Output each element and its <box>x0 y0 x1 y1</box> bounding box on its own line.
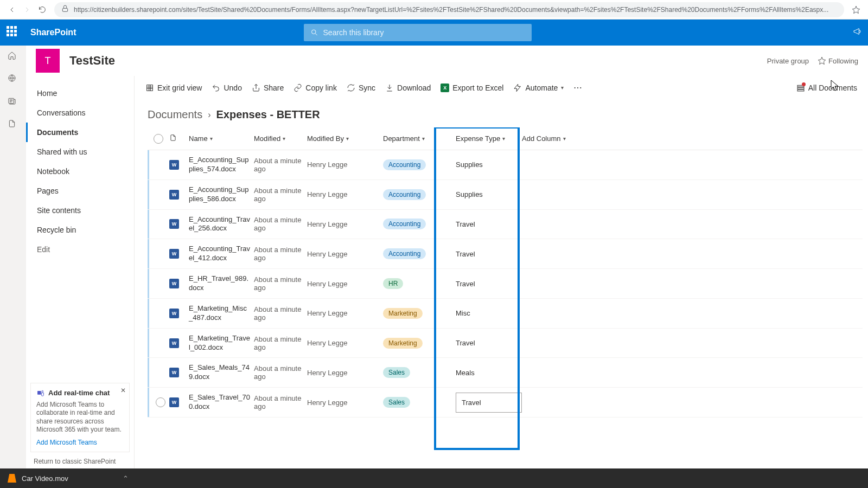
megaphone-icon[interactable] <box>853 27 861 38</box>
search-box[interactable] <box>304 24 532 41</box>
nav-item-recycle-bin[interactable]: Recycle bin <box>26 220 134 240</box>
column-header-modified[interactable]: Modified▾ <box>254 134 307 143</box>
nav-item-home[interactable]: Home <box>26 84 134 103</box>
browser-back-button[interactable] <box>4 2 20 17</box>
file-name[interactable]: E_Accounting_Supplies_586.docx <box>189 180 254 209</box>
site-privacy-label: Private group <box>767 57 809 65</box>
copy-link-button[interactable]: Copy link <box>293 84 337 92</box>
department-cell[interactable]: Marketing <box>383 308 447 319</box>
column-header-department[interactable]: Department▾ <box>383 134 447 143</box>
file-type-column-icon[interactable] <box>169 134 189 143</box>
nav-item-site-contents[interactable]: Site contents <box>26 201 134 220</box>
add-teams-link[interactable]: Add Microsoft Teams <box>36 439 124 446</box>
expense-type-cell[interactable]: Supplies <box>447 190 522 198</box>
department-cell[interactable]: Accounting <box>383 248 447 259</box>
download-button[interactable]: Download <box>385 84 431 92</box>
browser-forward-button[interactable] <box>20 2 35 17</box>
browser-chrome: https://citizenbuilders.sharepoint.com/s… <box>0 0 868 20</box>
file-type-icon: W <box>169 338 189 348</box>
sharepoint-brand[interactable]: SharePoint <box>30 28 76 37</box>
expense-type-cell[interactable]: Travel <box>447 280 522 288</box>
taskbar-download-file[interactable]: Car Video.mov <box>22 474 68 483</box>
expense-type-cell[interactable]: Travel <box>447 339 522 347</box>
view-selector[interactable]: All Documents <box>796 84 857 92</box>
automate-button[interactable]: Automate▾ <box>513 84 564 92</box>
department-cell[interactable]: Marketing <box>383 338 447 349</box>
follow-button[interactable]: Following <box>818 56 858 65</box>
column-header-name[interactable]: Name▾ <box>189 134 254 143</box>
modified-by-cell: Henry Legge <box>307 369 383 377</box>
department-cell[interactable]: Accounting <box>383 189 447 200</box>
table-row[interactable]: W E_Sales_Meals_749.docx About a minute … <box>148 358 863 388</box>
file-name[interactable]: E_Sales_Meals_749.docx <box>189 358 254 387</box>
close-icon[interactable]: ✕ <box>120 387 126 394</box>
nav-item-edit[interactable]: Edit <box>26 240 134 259</box>
exit-grid-button[interactable]: Exit grid view <box>145 84 202 92</box>
file-type-icon: W <box>169 368 189 377</box>
row-select[interactable] <box>151 397 169 407</box>
files-icon[interactable] <box>8 119 18 130</box>
column-header-modified-by[interactable]: Modified By▾ <box>307 134 383 143</box>
nav-item-shared-with-us[interactable]: Shared with us <box>26 142 134 162</box>
chevron-down-icon: ▾ <box>502 136 505 142</box>
table-row[interactable]: W E_Accounting_Travel_256.docx About a m… <box>148 210 863 240</box>
search-input[interactable] <box>323 28 526 37</box>
file-name[interactable]: E_Accounting_Travel_412.docx <box>189 239 254 268</box>
home-icon[interactable] <box>8 51 18 62</box>
svg-rect-8 <box>797 87 804 89</box>
globe-icon[interactable] <box>8 74 18 85</box>
bookmark-star-icon[interactable] <box>848 5 864 14</box>
browser-url-bar[interactable]: https://citizenbuilders.sharepoint.com/s… <box>54 2 844 17</box>
expense-type-cell[interactable]: Travel <box>447 250 522 258</box>
expense-type-cell[interactable]: Travel <box>447 220 522 228</box>
browser-reload-button[interactable] <box>35 2 50 17</box>
document-grid: Name▾ Modified▾ Modified By▾ Department▾… <box>135 127 868 468</box>
nav-item-documents[interactable]: Documents <box>26 123 134 142</box>
file-name[interactable]: E_Marketing_Travel_002.docx <box>189 329 254 358</box>
chevron-right-icon: › <box>208 110 210 120</box>
table-row[interactable]: W E_Sales_Travel_700.docx About a minute… <box>148 388 863 418</box>
file-name[interactable]: E_HR_Travel_989.docx <box>189 269 254 298</box>
share-button[interactable]: Share <box>252 84 284 92</box>
expense-type-cell[interactable]: Meals <box>447 369 522 377</box>
department-cell[interactable]: Accounting <box>383 159 447 170</box>
department-cell[interactable]: HR <box>383 278 447 289</box>
site-name[interactable]: TestSite <box>69 54 115 68</box>
expense-type-cell[interactable]: Supplies <box>447 160 522 169</box>
app-launcher-icon[interactable] <box>7 26 20 39</box>
table-row[interactable]: W E_Marketing_Travel_002.docx About a mi… <box>148 329 863 358</box>
column-header-expense-type[interactable]: Expense Type▾ <box>447 134 522 143</box>
teams-callout-body: Add Microsoft Teams to collaborate in re… <box>36 401 124 434</box>
expense-type-cell-editing[interactable]: Travel <box>456 393 522 413</box>
table-row[interactable]: W E_HR_Travel_989.docx About a minute ag… <box>148 269 863 299</box>
news-icon[interactable] <box>8 97 18 107</box>
chevron-up-icon[interactable]: ⌃ <box>123 474 129 483</box>
undo-button[interactable]: Undo <box>212 84 241 92</box>
file-name[interactable]: E_Accounting_Travel_256.docx <box>189 210 254 239</box>
nav-item-pages[interactable]: Pages <box>26 181 134 201</box>
select-all-toggle[interactable] <box>148 134 169 144</box>
nav-item-notebook[interactable]: Notebook <box>26 162 134 181</box>
table-row[interactable]: W E_Accounting_Supplies_574.docx About a… <box>148 150 863 180</box>
table-row[interactable]: W E_Marketing_Misc_487.docx About a minu… <box>148 299 863 329</box>
chevron-down-icon: ▾ <box>561 85 564 91</box>
table-row[interactable]: W E_Accounting_Travel_412.docx About a m… <box>148 239 863 269</box>
breadcrumb-root[interactable]: Documents <box>148 108 202 121</box>
expense-type-cell[interactable]: Misc <box>447 309 522 317</box>
expense-type-cell[interactable]: Travel <box>447 393 522 413</box>
teams-icon <box>36 389 45 397</box>
site-logo[interactable]: T <box>36 49 60 73</box>
more-button[interactable]: ⋯ <box>573 82 582 93</box>
file-name[interactable]: E_Sales_Travel_700.docx <box>189 388 254 417</box>
sync-button[interactable]: Sync <box>347 84 375 92</box>
file-name[interactable]: E_Marketing_Misc_487.docx <box>189 299 254 328</box>
department-cell[interactable]: Accounting <box>383 219 447 229</box>
file-name[interactable]: E_Accounting_Supplies_574.docx <box>189 150 254 179</box>
add-column-button[interactable]: Add Column▾ <box>522 134 587 143</box>
export-excel-button[interactable]: XExport to Excel <box>441 84 503 92</box>
nav-item-conversations[interactable]: Conversations <box>26 103 134 123</box>
department-cell[interactable]: Sales <box>383 367 447 378</box>
department-cell[interactable]: Sales <box>383 397 447 408</box>
table-row[interactable]: W E_Accounting_Supplies_586.docx About a… <box>148 180 863 210</box>
classic-sharepoint-link[interactable]: Return to classic SharePoint <box>34 458 116 465</box>
